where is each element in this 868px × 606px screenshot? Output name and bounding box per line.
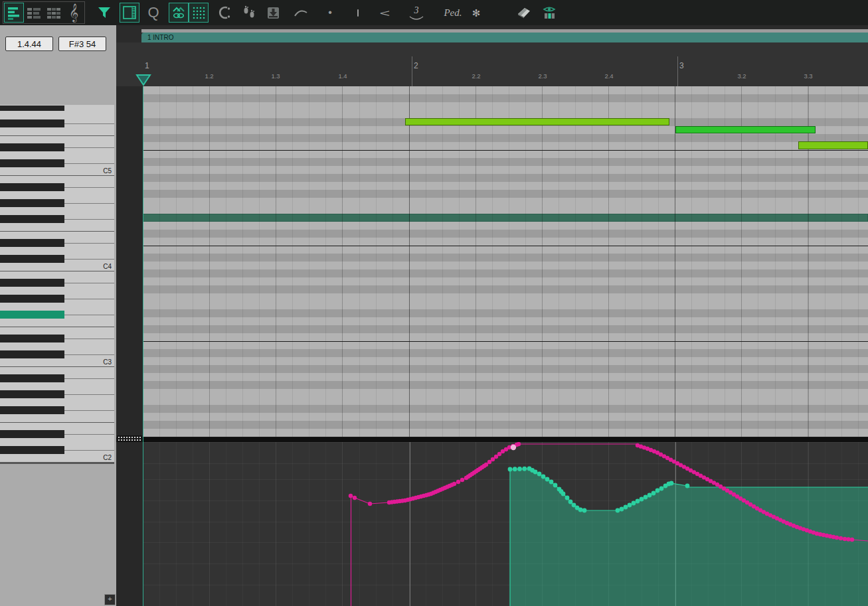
dock-window-button[interactable] [120,3,139,23]
key-separator [64,187,114,188]
chain-arrows-icon [171,5,186,20]
slur-button[interactable] [291,3,311,23]
position-readout[interactable]: 1.4.44 [5,37,53,51]
import-notes-button[interactable] [263,3,283,23]
note-d#5[interactable] [405,118,669,125]
black-key-highlighted-f#3[interactable] [0,311,64,319]
note-readout: F#3 54 [58,37,106,51]
pedal-down-button[interactable]: Ped. [440,3,466,23]
key-separator [0,175,114,176]
key-separator [64,259,114,260]
note-d5[interactable] [675,126,816,133]
black-key[interactable] [0,255,64,263]
key-separator [0,135,114,136]
key-separator [64,123,114,124]
beat-number: 2.3 [538,72,547,80]
note-c5[interactable] [798,141,868,149]
black-key[interactable] [0,390,64,398]
key-separator [64,283,114,283]
key-separator [64,203,114,204]
black-key[interactable] [0,183,64,191]
view-piano-roll-button[interactable] [4,3,24,23]
toolbar: 𝄞 Q [0,0,868,25]
edit-cursor-line[interactable] [143,86,143,606]
edit-cursor-handle[interactable] [135,74,151,86]
grid-snap-button[interactable] [189,3,209,23]
named-notes-icon [27,5,41,20]
black-key[interactable] [0,350,64,358]
key-separator [0,366,114,367]
note-grid[interactable] [143,86,868,437]
key-separator [64,243,114,244]
add-cc-lane-button[interactable]: + [104,594,116,605]
timeline-ruler[interactable]: 1231.21.31.42.22.32.43.23.3 [116,42,868,86]
accent-line-icon [357,9,359,17]
key-separator [64,163,114,164]
accent-button[interactable] [348,3,368,23]
footsteps-icon [242,5,256,20]
beat-number: 3.3 [804,72,812,80]
black-key[interactable] [0,215,64,223]
black-key[interactable] [0,406,64,414]
pedal-up-button[interactable]: ✻ [466,3,486,23]
bar-tick [677,56,678,86]
view-notation-button[interactable]: 𝄞 [64,3,84,23]
triplet-button[interactable]: 3 [406,3,426,23]
black-key[interactable] [0,143,64,151]
key-separator [64,339,114,339]
beat-number: 1.3 [271,72,280,80]
black-key[interactable] [0,279,64,287]
staccato-button[interactable]: • [320,3,340,23]
left-panel: 1.4.44 F#3 54 C5C4C3C2 •01 Mod Wheel MSB… [0,25,116,606]
view-mode-group: 𝄞 [3,1,85,24]
key-separator [0,271,114,271]
black-key-partial[interactable] [0,106,64,111]
black-key[interactable] [0,374,64,382]
key-separator [64,378,114,379]
black-key[interactable] [0,199,64,207]
quantize-icon: Q [147,5,159,20]
black-key[interactable] [0,295,64,303]
bar-number: 3 [679,61,684,70]
octave-line [143,437,868,437]
key-label-c2: C2 [0,454,112,462]
quantize-button[interactable]: Q [143,3,163,23]
eraser-button[interactable] [514,3,534,23]
view-event-list-button[interactable] [44,3,64,23]
step-input-button[interactable] [239,3,259,23]
octave-line [143,341,868,342]
black-key[interactable] [0,430,64,438]
pedal-icon: Ped. [444,7,462,19]
key-separator [64,450,114,451]
grid-dots-icon [191,5,206,20]
key-separator [64,315,114,315]
crescendo-button[interactable]: < [375,3,394,23]
triplet-icon: 3 [409,4,424,21]
black-key[interactable] [0,335,64,342]
grid-vertical-lines [143,86,868,437]
crescendo-icon: < [379,8,390,18]
lane-resize-grip[interactable] [117,435,142,441]
piano-keyboard[interactable]: C5C4C3C2 [0,105,114,464]
treble-clef-icon: 𝄞 [69,5,78,21]
download-tray-icon [266,5,280,20]
slur-icon [294,5,308,20]
octave-line [143,246,868,246]
region-bar[interactable]: 1 INTRO [141,33,868,42]
cc-teal-fill [510,469,868,606]
beat-number: 1.2 [205,72,213,80]
black-key[interactable] [0,446,64,454]
filter-icon [97,5,112,20]
black-key[interactable] [0,119,64,127]
filter-events-button[interactable] [94,3,114,23]
key-separator [64,219,114,220]
cc-pink-selected-point[interactable] [511,445,516,450]
black-key[interactable] [0,159,64,167]
black-key[interactable] [0,239,64,247]
humanize-button[interactable] [215,3,235,23]
key-separator [0,231,114,232]
view-named-notes-button[interactable] [24,3,44,23]
input-source-button[interactable] [169,3,189,23]
bar-number: 1 [145,61,149,70]
cc-visibility-button[interactable] [539,3,559,23]
